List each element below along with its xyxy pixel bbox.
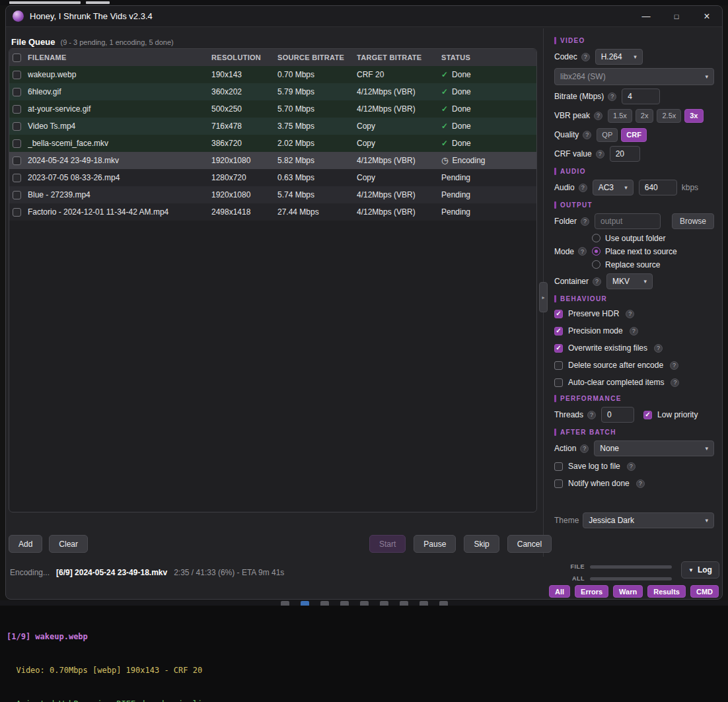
- table-row[interactable]: _bella-scemi_face.mkv 386x720 2.02 Mbps …: [9, 135, 536, 152]
- taskbar-icon[interactable]: [360, 601, 369, 606]
- action-select[interactable]: None▾: [594, 440, 714, 456]
- help-icon[interactable]: ?: [670, 361, 678, 370]
- help-icon[interactable]: ?: [593, 277, 601, 286]
- help-icon[interactable]: ?: [587, 411, 596, 419]
- panel-collapse-handle[interactable]: ▸: [539, 282, 548, 312]
- table-row[interactable]: 2023-07-05 08-33-26.mp4 1280x720 0.63 Mb…: [9, 169, 536, 186]
- threads-input[interactable]: [601, 407, 634, 423]
- help-icon[interactable]: ?: [594, 112, 602, 120]
- select-all-checkbox[interactable]: [13, 53, 21, 62]
- low-priority-checkbox[interactable]: Low priority: [643, 410, 698, 419]
- codec-select[interactable]: H.264▾: [595, 49, 643, 65]
- help-icon[interactable]: ?: [583, 131, 591, 139]
- column-filename[interactable]: FILENAME: [28, 53, 211, 61]
- taskbar-icon[interactable]: [301, 601, 309, 606]
- section-video: VIDEO: [554, 36, 714, 44]
- row-checkbox[interactable]: [13, 105, 21, 114]
- add-button[interactable]: Add: [9, 535, 42, 553]
- vbr-3x-button[interactable]: 3x: [684, 109, 703, 123]
- crf-button[interactable]: CRF: [621, 128, 647, 142]
- filter-results-button[interactable]: Results: [647, 585, 686, 598]
- start-button[interactable]: Start: [369, 535, 406, 553]
- help-icon[interactable]: ?: [579, 184, 587, 192]
- column-target-bitrate[interactable]: TARGET BITRATE: [357, 53, 441, 61]
- taskbar-icon[interactable]: [380, 601, 388, 606]
- mode-radio-use-output-folder[interactable]: Use output folder: [592, 232, 677, 244]
- minimize-button[interactable]: —: [631, 6, 661, 27]
- table-row[interactable]: Blue - 27239.mp4 1920x1080 5.74 Mbps 4/1…: [9, 186, 536, 203]
- delete-source-checkbox[interactable]: Delete source after encode ?: [554, 359, 714, 372]
- notify-checkbox[interactable]: Notify when done ?: [554, 477, 714, 490]
- audio-bitrate-input[interactable]: [639, 180, 677, 195]
- browse-button[interactable]: Browse: [672, 213, 714, 229]
- help-icon[interactable]: ?: [608, 92, 616, 101]
- crf-value-input[interactable]: [610, 146, 640, 162]
- filter-errors-button[interactable]: Errors: [575, 585, 608, 598]
- section-label: AFTER BATCH: [560, 429, 616, 436]
- column-resolution[interactable]: RESOLUTION: [211, 53, 277, 61]
- column-status[interactable]: STATUS: [441, 53, 536, 61]
- filter-cmd-button[interactable]: CMD: [690, 585, 719, 598]
- vbr-2x-button[interactable]: 2x: [636, 109, 654, 123]
- help-icon[interactable]: ?: [654, 344, 663, 353]
- theme-select[interactable]: Jessica Dark▾: [583, 512, 714, 528]
- folder-input[interactable]: [595, 213, 661, 229]
- cancel-button[interactable]: Cancel: [507, 535, 552, 553]
- row-checkbox[interactable]: [13, 157, 21, 165]
- maximize-button[interactable]: □: [661, 6, 692, 27]
- log-console[interactable]: [1/9] wakeup.webp Video: 0.70Mbps [webp]…: [0, 606, 728, 702]
- precision-mode-checkbox[interactable]: Precision mode ?: [554, 324, 714, 337]
- taskbar-icon[interactable]: [400, 601, 408, 606]
- skip-button[interactable]: Skip: [464, 535, 499, 553]
- preserve-hdr-checkbox[interactable]: Preserve HDR ?: [554, 307, 714, 320]
- close-button[interactable]: ×: [692, 6, 722, 27]
- auto-clear-checkbox[interactable]: Auto-clear completed items ?: [554, 376, 714, 389]
- help-icon[interactable]: ?: [581, 217, 589, 226]
- filter-warn-button[interactable]: Warn: [613, 585, 643, 598]
- taskbar-icon[interactable]: [320, 601, 329, 606]
- row-checkbox[interactable]: [13, 191, 21, 199]
- overwrite-existing-checkbox[interactable]: Overwrite existing files ?: [554, 341, 714, 355]
- help-icon[interactable]: ?: [627, 462, 636, 471]
- taskbar-icon[interactable]: [281, 601, 289, 606]
- vbr-2-5x-button[interactable]: 2.5x: [657, 109, 681, 123]
- vbr-1-5x-button[interactable]: 1.5x: [608, 109, 632, 123]
- table-row[interactable]: 6hleov.gif 360x202 5.79 Mbps 4/12Mbps (V…: [9, 83, 536, 100]
- help-icon[interactable]: ?: [580, 444, 589, 453]
- help-icon[interactable]: ?: [636, 479, 645, 488]
- table-row[interactable]: Video Ts.mp4 716x478 3.75 Mbps Copy ✓Don…: [9, 118, 536, 135]
- help-icon[interactable]: ?: [626, 310, 634, 318]
- qp-button[interactable]: QP: [597, 128, 618, 142]
- encoder-select[interactable]: libx264 (SW)▾: [554, 68, 714, 85]
- row-checkbox[interactable]: [13, 122, 21, 131]
- bitrate-input[interactable]: [622, 88, 660, 104]
- row-checkbox[interactable]: [13, 71, 21, 79]
- column-source-bitrate[interactable]: SOURCE BITRATE: [277, 53, 357, 61]
- filter-all-button[interactable]: All: [549, 585, 570, 598]
- titlebar[interactable]: Honey, I Shrunk The Vids v2.3.4 — □ ×: [6, 6, 722, 27]
- row-checkbox[interactable]: [13, 208, 21, 217]
- audio-codec-select[interactable]: AC3▾: [593, 180, 634, 195]
- clear-button[interactable]: Clear: [49, 535, 88, 553]
- save-log-checkbox[interactable]: Save log to file ?: [554, 460, 714, 473]
- row-checkbox[interactable]: [13, 174, 21, 182]
- help-icon[interactable]: ?: [596, 150, 604, 158]
- help-icon[interactable]: ?: [630, 327, 638, 335]
- table-row[interactable]: Factorio - 2024-12-01 11-34-42 AM.mp4 24…: [9, 203, 536, 221]
- taskbar-icon[interactable]: [340, 601, 349, 606]
- row-checkbox[interactable]: [13, 139, 21, 148]
- table-row-encoding[interactable]: 2024-05-24 23-49-18.mkv 1920x1080 5.82 M…: [9, 152, 536, 169]
- help-icon[interactable]: ?: [581, 53, 590, 61]
- pause-button[interactable]: Pause: [414, 535, 456, 553]
- help-icon[interactable]: ?: [578, 247, 587, 256]
- help-icon[interactable]: ?: [671, 378, 679, 387]
- mode-radio-replace-source[interactable]: Replace source: [592, 259, 677, 270]
- table-row[interactable]: at-your-service.gif 500x250 5.70 Mbps 4/…: [9, 100, 536, 118]
- mode-radio-place-next-to-source[interactable]: Place next to source: [592, 246, 677, 257]
- taskbar-icon[interactable]: [419, 601, 428, 606]
- log-toggle-button[interactable]: ▼ Log: [681, 561, 719, 579]
- table-row[interactable]: wakeup.webp 190x143 0.70 Mbps CRF 20 ✓Do…: [9, 66, 536, 83]
- taskbar-icon[interactable]: [439, 601, 448, 606]
- row-checkbox[interactable]: [13, 88, 21, 96]
- container-select[interactable]: MKV▾: [606, 273, 653, 289]
